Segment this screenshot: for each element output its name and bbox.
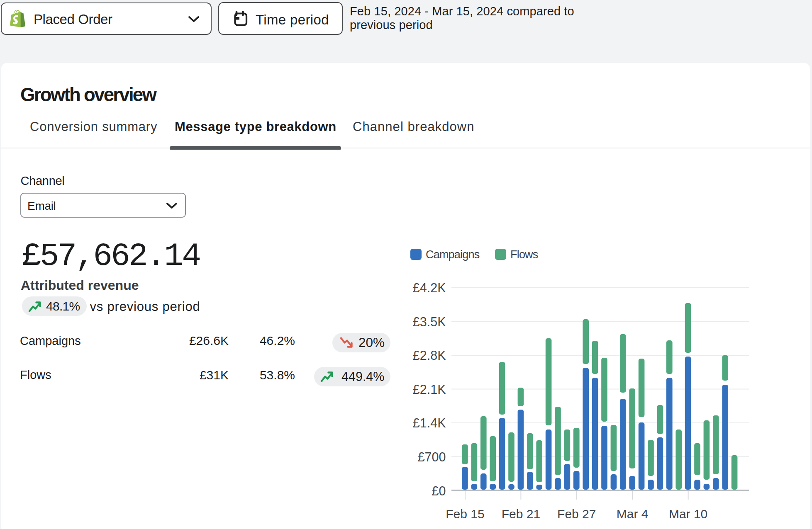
svg-text:£3.5K: £3.5K	[413, 315, 446, 329]
svg-text:£1.4K: £1.4K	[413, 416, 446, 430]
svg-text:£2.8K: £2.8K	[413, 348, 446, 362]
svg-text:£0: £0	[432, 484, 446, 498]
svg-text:Mar 10: Mar 10	[669, 507, 707, 521]
svg-text:Mar 4: Mar 4	[617, 507, 649, 521]
svg-text:Feb 21: Feb 21	[502, 507, 540, 521]
svg-text:Flows: Flows	[510, 248, 538, 261]
svg-text:£2.1K: £2.1K	[413, 382, 446, 396]
svg-text:Campaigns: Campaigns	[426, 248, 480, 261]
svg-text:Feb 15: Feb 15	[446, 507, 484, 521]
svg-text:Feb 27: Feb 27	[557, 507, 596, 521]
svg-text:£4.2K: £4.2K	[413, 281, 446, 295]
svg-text:£700: £700	[418, 450, 446, 464]
